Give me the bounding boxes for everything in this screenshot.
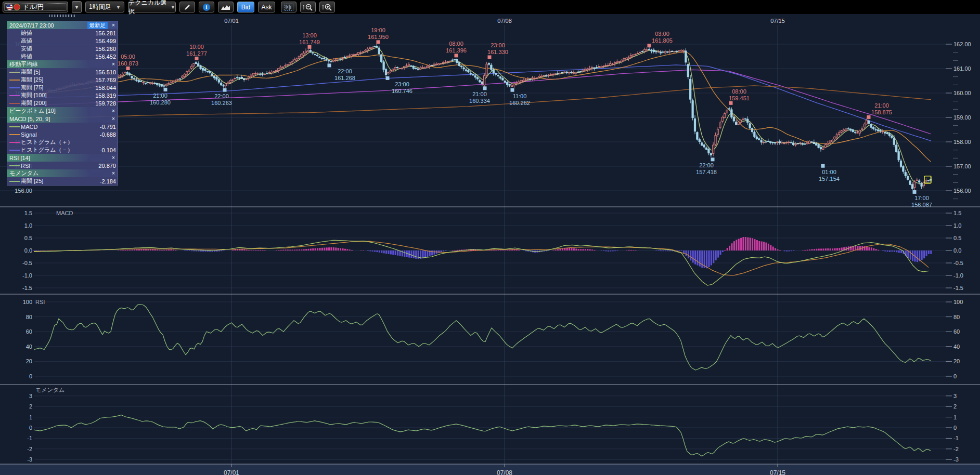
legend-value: -0.791 xyxy=(100,124,116,130)
peak-price-label: 161.805 xyxy=(652,37,673,44)
bid-button[interactable]: Bid xyxy=(237,2,254,12)
legend-value: 156.281 xyxy=(95,30,116,36)
indicator-section-header: ピークボトム [10] × xyxy=(7,107,118,115)
legend-label: 終値 xyxy=(21,52,95,60)
svg-text:20: 20 xyxy=(26,358,32,364)
svg-text:-1: -1 xyxy=(953,435,959,441)
svg-text:-1.0: -1.0 xyxy=(953,272,963,279)
legend-row: ヒストグラム（＋） xyxy=(7,138,118,146)
close-icon[interactable]: × xyxy=(111,22,116,28)
panel-header-row: 2024/07/17 23:00 最新足 × xyxy=(7,21,118,29)
indicator-title: RSI [14] xyxy=(9,155,111,161)
bid-label: Bid xyxy=(241,4,250,11)
legend-label: 安値 xyxy=(21,45,95,52)
peak-time-label: 08:00 xyxy=(449,41,463,47)
info-icon: i xyxy=(203,4,210,11)
legend-value: 156.260 xyxy=(95,46,116,52)
svg-text:158.00: 158.00 xyxy=(953,139,971,145)
indicator-title: モメンタム xyxy=(9,169,111,177)
peak-marker xyxy=(729,101,733,105)
bottom-marker xyxy=(164,88,167,91)
legend-value: -0.104 xyxy=(100,147,116,153)
bottom-price-label: 160.280 xyxy=(150,99,171,105)
close-icon[interactable]: × xyxy=(111,116,116,122)
svg-text:0.5: 0.5 xyxy=(953,235,961,241)
draw-tool-button[interactable] xyxy=(179,2,195,12)
peak-price-label: 161.749 xyxy=(299,39,320,45)
panel-drag-grip[interactable] xyxy=(49,15,75,17)
svg-text:0: 0 xyxy=(953,373,957,379)
svg-text:-1.0: -1.0 xyxy=(22,272,32,279)
series-color-swatch xyxy=(9,80,20,81)
legend-value: 156.452 xyxy=(95,54,116,60)
peak-time-label: 10:00 xyxy=(189,44,204,50)
close-icon[interactable]: × xyxy=(111,61,116,67)
legend-row: 期間 [100]158.319 xyxy=(7,91,118,99)
peak-marker xyxy=(867,115,871,119)
indicator-section-header: MACD [5, 20, 9] × xyxy=(7,115,118,123)
svg-text:60: 60 xyxy=(953,328,960,335)
bottom-axis-strip xyxy=(0,464,980,475)
info-button[interactable]: i xyxy=(199,2,214,12)
svg-text:-0.5: -0.5 xyxy=(953,260,963,266)
close-icon[interactable]: × xyxy=(111,108,116,114)
svg-text:0: 0 xyxy=(29,425,32,431)
indicator-title: ピークボトム [10] xyxy=(9,107,111,115)
peak-price-label: 159.451 xyxy=(729,95,750,101)
legend-label: Signal xyxy=(21,131,100,138)
peak-price-label: 161.277 xyxy=(186,50,207,57)
legend-label: MACD xyxy=(21,124,100,130)
date-label-top: 07/08 xyxy=(497,18,512,24)
svg-text:0: 0 xyxy=(29,373,32,379)
currency-pair-select[interactable]: ドル/円 xyxy=(3,2,68,12)
bottom-marker xyxy=(483,86,487,90)
legend-row: 期間 [25]-2.184 xyxy=(7,177,118,185)
legend-label: RSI xyxy=(21,163,98,169)
svg-text:40: 40 xyxy=(26,344,32,350)
peak-price-label: 158.875 xyxy=(871,109,892,115)
peak-price-label: 161.950 xyxy=(368,34,389,40)
svg-text:60: 60 xyxy=(26,328,32,335)
chart-canvas[interactable]: 05:00160.87310:00161.27713:00161.74919:0… xyxy=(0,14,980,475)
svg-text:1: 1 xyxy=(29,414,32,420)
pair-dropdown-button[interactable]: ▼ xyxy=(72,1,82,13)
technical-select-button[interactable]: テクニカル選択 ▼ xyxy=(128,2,176,12)
svg-text:156.00: 156.00 xyxy=(953,188,971,194)
legend-label: 高値 xyxy=(21,37,95,45)
zoom-out-button[interactable] xyxy=(300,2,316,12)
close-icon[interactable]: × xyxy=(111,155,116,161)
currency-pair-label: ドル/円 xyxy=(23,3,44,11)
bottom-time-label: 01:00 xyxy=(822,169,836,175)
legend-row: 安値156.260 xyxy=(7,45,118,52)
svg-text:1.5: 1.5 xyxy=(953,210,961,216)
area-chart-button[interactable] xyxy=(218,2,234,12)
peak-time-label: 03:00 xyxy=(655,31,669,37)
series-color-swatch xyxy=(9,150,20,151)
date-label-top: 07/15 xyxy=(770,18,785,24)
svg-text:157.00: 157.00 xyxy=(953,163,971,169)
bar-style-button[interactable] xyxy=(281,2,296,12)
peak-price-label: 161.396 xyxy=(446,47,467,54)
timeframe-select[interactable]: 1時間足 ▼ xyxy=(85,2,124,12)
zoom-in-button[interactable] xyxy=(319,2,335,12)
rsi-title: RSI xyxy=(35,299,45,305)
peak-time-label: 19:00 xyxy=(371,27,385,33)
legend-row: Signal-0.688 xyxy=(7,130,118,138)
legend-label: 期間 [100] xyxy=(21,91,95,99)
close-icon[interactable]: × xyxy=(111,170,116,176)
peak-time-label: 23:00 xyxy=(491,42,505,48)
legend-value: 20.870 xyxy=(98,163,116,169)
legend-label: ヒストグラム（－） xyxy=(21,146,100,154)
svg-text:80: 80 xyxy=(26,314,32,320)
series-color-swatch xyxy=(9,95,20,96)
peak-time-label: 05:00 xyxy=(121,54,135,60)
legend-value: 157.769 xyxy=(95,77,116,83)
current-bar-datetime: 2024/07/17 23:00 xyxy=(9,22,87,29)
ask-button[interactable]: Ask xyxy=(258,2,275,12)
peak-price-label: 161.330 xyxy=(487,49,508,55)
bottom-time-label: 17:00 xyxy=(914,195,929,201)
ask-label: Ask xyxy=(261,4,272,11)
us-flag-icon xyxy=(6,4,13,10)
legend-label: 期間 [200] xyxy=(21,99,95,107)
date-label-bottom: 07/15 xyxy=(770,469,785,475)
